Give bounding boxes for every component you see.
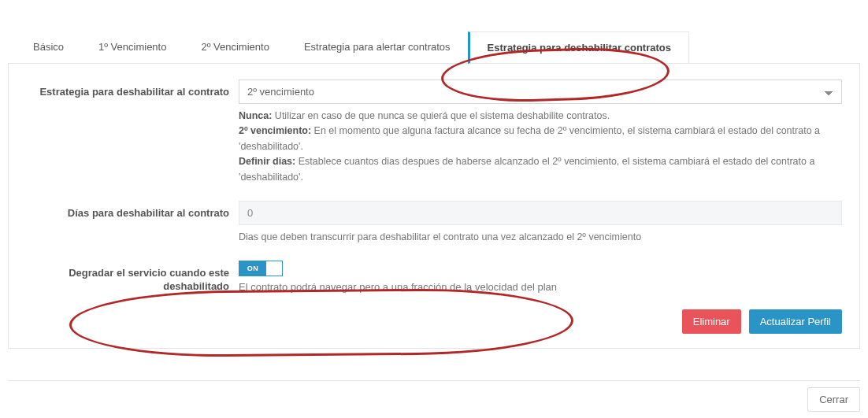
actualizar-perfil-button[interactable]: Actualizar Perfil — [749, 309, 842, 334]
eliminar-button[interactable]: Eliminar — [682, 309, 741, 334]
estrategia-select[interactable]: 2º vencimiento — [239, 80, 842, 104]
dias-help: Dias que deben transcurrir para deshabil… — [239, 230, 842, 245]
cerrar-button[interactable]: Cerrar — [807, 387, 860, 412]
tab-panel: Estrategia para deshabilitar al contrato… — [8, 63, 860, 349]
estrategia-label: Estrategia para deshabilitar al contrato — [26, 80, 239, 185]
degradar-label: Degradar el servicio cuando este deshabi… — [26, 261, 239, 294]
tab-1-vencimiento[interactable]: 1º Vencimiento — [81, 31, 184, 64]
tab-estrategia-deshabilitar[interactable]: Estrategia para deshabilitar contratos — [468, 31, 689, 64]
estrategia-help: Nunca: Utilizar en caso de que nunca se … — [239, 109, 842, 185]
tab-estrategia-alertar[interactable]: Estrategia para alertar contratos — [287, 31, 468, 64]
action-bar: Eliminar Actualizar Perfil — [26, 298, 842, 334]
tab-2-vencimiento[interactable]: 2º Vencimiento — [184, 31, 286, 64]
degradar-help: El contrato podrá navegar pero a una fra… — [239, 281, 842, 293]
toggle-knob — [266, 261, 282, 276]
degradar-toggle[interactable]: ON — [239, 261, 283, 276]
toggle-on-label: ON — [239, 261, 266, 276]
dias-input[interactable] — [239, 201, 842, 225]
tab-bar: Básico 1º Vencimiento 2º Vencimiento Est… — [16, 31, 860, 64]
dias-label: Días para deshabilitar al contrato — [26, 201, 239, 245]
footer-bar: Cerrar — [8, 380, 860, 415]
tab-basico[interactable]: Básico — [16, 31, 81, 64]
